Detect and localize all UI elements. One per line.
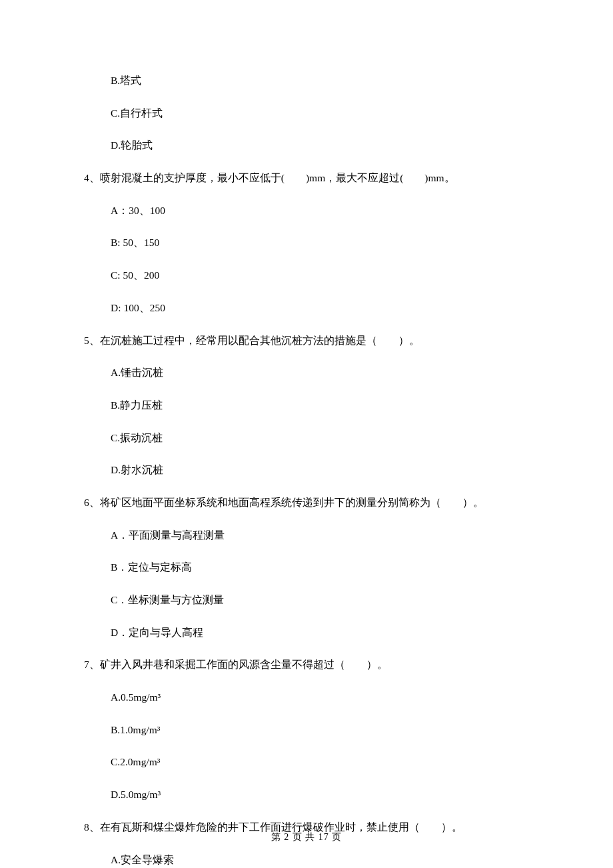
q7-text: 7、矿井入风井巷和采掘工作面的风源含尘量不得超过（ ）。: [84, 657, 529, 672]
q5-text: 5、在沉桩施工过程中，经常用以配合其他沉桩方法的措施是（ ）。: [84, 333, 529, 348]
q4-option-d: D: 100、250: [84, 301, 529, 315]
q6-option-d: D．定向与导人高程: [84, 625, 529, 640]
q3-option-b: B.塔式: [84, 73, 529, 88]
page-footer: 第 2 页 共 17 页: [0, 831, 613, 843]
q8-option-a: A.安全导爆索: [84, 853, 529, 867]
q6-text: 6、将矿区地面平面坐标系统和地面高程系统传递到井下的测量分别简称为（ ）。: [84, 495, 529, 510]
document-content: B.塔式 C.自行杆式 D.轮胎式 4、喷射混凝土的支护厚度，最小不应低于( )…: [84, 73, 529, 867]
q3-option-c: C.自行杆式: [84, 106, 529, 121]
q5-option-d: D.射水沉桩: [84, 463, 529, 477]
q7-option-d: D.5.0mg/m³: [84, 787, 529, 802]
q7-option-b: B.1.0mg/m³: [84, 723, 529, 737]
q6-option-a: A．平面测量与高程测量: [84, 528, 529, 543]
q6-option-b: B．定位与定标高: [84, 560, 529, 575]
q7-option-a: A.0.5mg/m³: [84, 690, 529, 705]
q3-option-d: D.轮胎式: [84, 138, 529, 153]
q4-option-a: A：30、100: [84, 203, 529, 218]
q4-option-c: C: 50、200: [84, 268, 529, 283]
q6-option-c: C．坐标测量与方位测量: [84, 593, 529, 607]
q4-text: 4、喷射混凝土的支护厚度，最小不应低于( )mm，最大不应超过( )mm。: [84, 171, 529, 185]
q5-option-b: B.静力压桩: [84, 398, 529, 413]
q5-option-a: A.锤击沉桩: [84, 365, 529, 380]
q5-option-c: C.振动沉桩: [84, 431, 529, 445]
q7-option-c: C.2.0mg/m³: [84, 755, 529, 769]
q4-option-b: B: 50、150: [84, 235, 529, 250]
